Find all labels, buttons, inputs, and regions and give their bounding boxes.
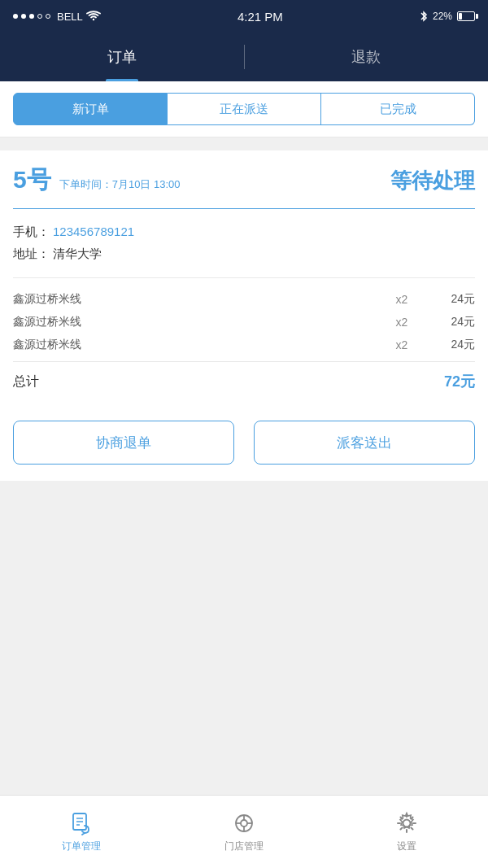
order-status: 等待处理 [390, 167, 475, 195]
cancel-order-button[interactable]: 协商退单 [13, 421, 234, 465]
item-name-2: 鑫源过桥米线 [13, 315, 377, 329]
subtab-completed-label: 已完成 [380, 102, 416, 117]
address-label: 地址： [13, 242, 50, 264]
address-value: 清华大学 [53, 242, 102, 264]
dispatch-order-button[interactable]: 派客送出 [254, 421, 475, 465]
order-mgmt-icon [69, 811, 94, 835]
signal-dot-1 [13, 14, 18, 19]
item-price-2: 24元 [426, 315, 475, 329]
status-time: 4:21 PM [237, 10, 283, 24]
order-time-value: 7月10日 13:00 [112, 178, 181, 190]
phone-label: 手机： [13, 220, 50, 242]
sub-tabs: 新订单 正在派送 已完成 [0, 81, 488, 137]
order-time-label: 下单时间： [59, 178, 112, 190]
order-header: 5号 下单时间：7月10日 13:00 等待处理 [13, 164, 475, 197]
subtab-new-label: 新订单 [72, 102, 109, 117]
tab-orders-label: 订单 [107, 47, 137, 67]
wifi-icon [86, 11, 101, 22]
item-name-1: 鑫源过桥米线 [13, 292, 377, 307]
signal-dot-3 [29, 14, 34, 19]
status-bar: BELL 4:21 PM 22% [0, 0, 488, 33]
total-amount: 72元 [444, 372, 475, 391]
action-row: 协商退单 派客送出 [0, 404, 488, 481]
status-right: 22% [420, 10, 475, 23]
tab-orders[interactable]: 订单 [0, 33, 244, 81]
bluetooth-icon [420, 10, 428, 23]
tab-refunds[interactable]: 退款 [245, 33, 489, 81]
signal-dot-5 [46, 14, 50, 19]
item-qty-2: x2 [377, 316, 426, 329]
item-price-1: 24元 [426, 292, 475, 307]
item-name-3: 鑫源过桥米线 [13, 338, 377, 352]
address-row: 地址： 清华大学 [13, 242, 475, 264]
contact-info: 手机： 123456789121 地址： 清华大学 [13, 220, 475, 264]
total-row: 总计 72元 [13, 361, 475, 391]
item-qty-3: x2 [377, 338, 426, 351]
item-row: 鑫源过桥米线 x2 24元 [13, 334, 475, 356]
order-time: 下单时间：7月10日 13:00 [59, 177, 181, 192]
items-section: 鑫源过桥米线 x2 24元 鑫源过桥米线 x2 24元 鑫源过桥米线 x2 24… [13, 277, 475, 391]
subtab-delivering-label: 正在派送 [220, 102, 268, 117]
bottom-tab-order-mgmt-label: 订单管理 [62, 840, 101, 853]
item-row: 鑫源过桥米线 x2 24元 [13, 311, 475, 334]
top-nav: 订单 退款 [0, 33, 488, 81]
bottom-tab-settings[interactable]: 设置 [325, 796, 488, 868]
status-left: BELL [13, 11, 101, 23]
subtab-new[interactable]: 新订单 [13, 93, 168, 125]
bottom-tab-store-mgmt[interactable]: 门店管理 [163, 796, 325, 868]
battery-percent: 22% [433, 11, 452, 22]
bottom-bar: 订单管理 门店管理 设置 [0, 795, 488, 868]
item-qty-1: x2 [377, 293, 426, 306]
signal-dot-4 [37, 14, 42, 19]
total-label: 总计 [13, 373, 444, 390]
svg-point-5 [241, 820, 247, 827]
store-mgmt-icon [232, 811, 256, 835]
order-divider [13, 208, 475, 209]
subtab-delivering[interactable]: 正在派送 [168, 93, 321, 125]
order-number: 5号 [13, 164, 51, 197]
subtab-completed[interactable]: 已完成 [321, 93, 475, 125]
carrier-label: BELL [57, 11, 83, 23]
signal-dot-2 [21, 14, 26, 19]
grey-spacer [0, 481, 488, 652]
bottom-tab-store-mgmt-label: 门店管理 [224, 840, 264, 853]
tab-refunds-label: 退款 [351, 47, 381, 67]
gear-icon [394, 811, 419, 835]
battery-fill [459, 13, 462, 20]
bottom-tab-order-mgmt[interactable]: 订单管理 [0, 796, 163, 868]
phone-row: 手机： 123456789121 [13, 220, 475, 242]
bottom-tab-settings-label: 设置 [397, 840, 416, 853]
item-price-3: 24元 [426, 338, 475, 352]
battery-icon [457, 11, 475, 21]
phone-value: 123456789121 [53, 220, 134, 242]
order-card: 5号 下单时间：7月10日 13:00 等待处理 手机： 12345678912… [0, 150, 488, 404]
item-row: 鑫源过桥米线 x2 24元 [13, 288, 475, 311]
